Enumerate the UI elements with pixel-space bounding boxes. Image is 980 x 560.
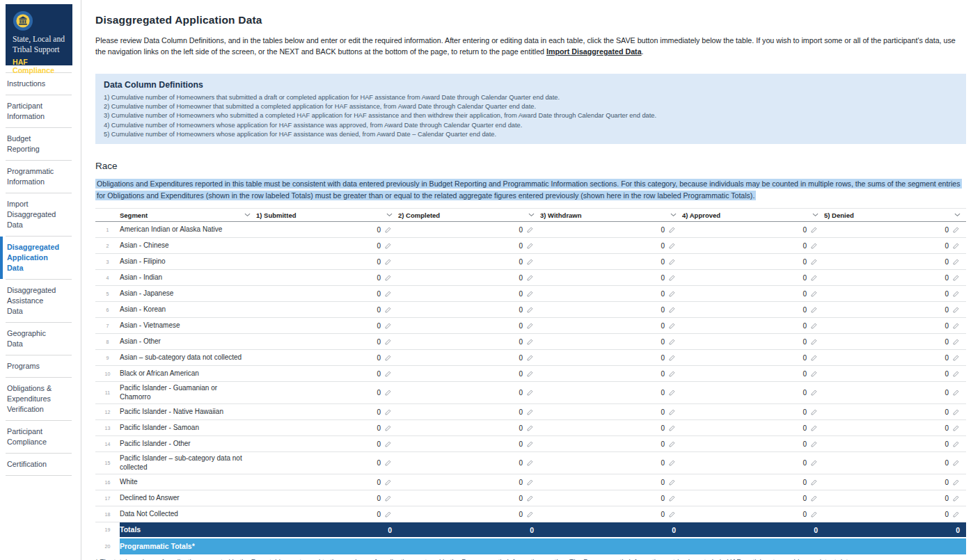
edit-icon-wrap[interactable] xyxy=(384,322,392,330)
edit-icon-wrap[interactable] xyxy=(668,389,676,397)
edit-pencil-icon[interactable] xyxy=(952,408,960,416)
cell-submitted[interactable]: 0 xyxy=(256,424,398,432)
column-header-submitted[interactable]: 1) Submitted xyxy=(256,211,398,219)
cell-approved[interactable]: 0 xyxy=(682,479,824,486)
cell-approved[interactable]: 0 xyxy=(682,459,824,467)
edit-pencil-icon[interactable] xyxy=(384,440,392,448)
cell-withdrawn[interactable]: 0 xyxy=(540,440,682,448)
edit-pencil-icon[interactable] xyxy=(668,226,676,234)
edit-pencil-icon[interactable] xyxy=(810,274,818,282)
edit-icon-wrap[interactable] xyxy=(952,479,960,486)
edit-icon-wrap[interactable] xyxy=(668,424,676,432)
cell-denied[interactable]: 0 xyxy=(824,511,966,518)
edit-icon-wrap[interactable] xyxy=(668,306,676,314)
edit-icon-wrap[interactable] xyxy=(952,370,960,378)
edit-icon-wrap[interactable] xyxy=(810,226,818,234)
edit-pencil-icon[interactable] xyxy=(384,258,392,266)
cell-withdrawn[interactable]: 0 xyxy=(540,479,682,486)
edit-icon-wrap[interactable] xyxy=(810,424,818,432)
cell-approved[interactable]: 0 xyxy=(682,290,824,298)
edit-pencil-icon[interactable] xyxy=(952,242,960,250)
cell-withdrawn[interactable]: 0 xyxy=(540,322,682,330)
cell-submitted[interactable]: 0 xyxy=(256,338,398,346)
cell-completed[interactable]: 0 xyxy=(398,322,540,330)
cell-approved[interactable]: 0 xyxy=(682,354,824,362)
edit-pencil-icon[interactable] xyxy=(810,459,818,467)
edit-icon-wrap[interactable] xyxy=(384,479,392,486)
edit-pencil-icon[interactable] xyxy=(810,424,818,432)
cell-withdrawn[interactable]: 0 xyxy=(540,354,682,362)
edit-icon-wrap[interactable] xyxy=(668,479,676,486)
cell-submitted[interactable]: 0 xyxy=(256,479,398,486)
edit-pencil-icon[interactable] xyxy=(668,495,676,502)
edit-pencil-icon[interactable] xyxy=(526,408,534,416)
edit-pencil-icon[interactable] xyxy=(384,495,392,502)
cell-submitted[interactable]: 0 xyxy=(256,389,398,397)
edit-pencil-icon[interactable] xyxy=(384,479,392,486)
cell-approved[interactable]: 0 xyxy=(682,370,824,378)
edit-pencil-icon[interactable] xyxy=(384,370,392,378)
edit-icon-wrap[interactable] xyxy=(384,354,392,362)
cell-completed[interactable]: 0 xyxy=(398,370,540,378)
edit-pencil-icon[interactable] xyxy=(668,459,676,467)
edit-pencil-icon[interactable] xyxy=(668,258,676,266)
edit-icon-wrap[interactable] xyxy=(810,370,818,378)
edit-icon-wrap[interactable] xyxy=(384,258,392,266)
sidebar-item-participant-compliance[interactable]: Participant Compliance xyxy=(6,421,72,454)
cell-completed[interactable]: 0 xyxy=(398,306,540,314)
edit-pencil-icon[interactable] xyxy=(668,290,676,298)
edit-pencil-icon[interactable] xyxy=(526,440,534,448)
edit-icon-wrap[interactable] xyxy=(384,226,392,234)
sidebar-item-disaggregated-assistance-data[interactable]: Disaggregated Assistance Data xyxy=(6,280,72,323)
sidebar-item-instructions[interactable]: Instructions xyxy=(6,73,72,95)
cell-approved[interactable]: 0 xyxy=(682,226,824,234)
cell-denied[interactable]: 0 xyxy=(824,424,966,432)
edit-icon-wrap[interactable] xyxy=(526,274,534,282)
edit-icon-wrap[interactable] xyxy=(952,389,960,397)
edit-icon-wrap[interactable] xyxy=(526,389,534,397)
edit-icon-wrap[interactable] xyxy=(668,440,676,448)
edit-icon-wrap[interactable] xyxy=(384,511,392,518)
edit-icon-wrap[interactable] xyxy=(810,354,818,362)
edit-icon-wrap[interactable] xyxy=(526,459,534,467)
cell-completed[interactable]: 0 xyxy=(398,274,540,282)
edit-pencil-icon[interactable] xyxy=(952,226,960,234)
edit-icon-wrap[interactable] xyxy=(668,459,676,467)
edit-pencil-icon[interactable] xyxy=(668,322,676,330)
edit-pencil-icon[interactable] xyxy=(526,424,534,432)
cell-denied[interactable]: 0 xyxy=(824,440,966,448)
edit-icon-wrap[interactable] xyxy=(384,408,392,416)
cell-denied[interactable]: 0 xyxy=(824,354,966,362)
edit-icon-wrap[interactable] xyxy=(526,242,534,250)
edit-pencil-icon[interactable] xyxy=(384,459,392,467)
edit-pencil-icon[interactable] xyxy=(810,258,818,266)
cell-completed[interactable]: 0 xyxy=(398,290,540,298)
cell-withdrawn[interactable]: 0 xyxy=(540,226,682,234)
edit-pencil-icon[interactable] xyxy=(384,511,392,518)
cell-submitted[interactable]: 0 xyxy=(256,258,398,266)
edit-pencil-icon[interactable] xyxy=(384,424,392,432)
edit-pencil-icon[interactable] xyxy=(526,479,534,486)
edit-pencil-icon[interactable] xyxy=(526,322,534,330)
edit-icon-wrap[interactable] xyxy=(952,495,960,502)
cell-denied[interactable]: 0 xyxy=(824,338,966,346)
edit-pencil-icon[interactable] xyxy=(810,242,818,250)
column-header-completed[interactable]: 2) Completed xyxy=(398,211,540,219)
edit-pencil-icon[interactable] xyxy=(526,459,534,467)
edit-icon-wrap[interactable] xyxy=(384,274,392,282)
edit-icon-wrap[interactable] xyxy=(952,408,960,416)
cell-denied[interactable]: 0 xyxy=(824,226,966,234)
edit-icon-wrap[interactable] xyxy=(810,290,818,298)
edit-icon-wrap[interactable] xyxy=(952,338,960,346)
cell-denied[interactable]: 0 xyxy=(824,479,966,486)
cell-completed[interactable]: 0 xyxy=(398,354,540,362)
edit-icon-wrap[interactable] xyxy=(952,306,960,314)
edit-icon-wrap[interactable] xyxy=(384,290,392,298)
chevron-down-icon[interactable] xyxy=(670,213,677,217)
edit-icon-wrap[interactable] xyxy=(526,354,534,362)
edit-pencil-icon[interactable] xyxy=(952,424,960,432)
edit-icon-wrap[interactable] xyxy=(668,290,676,298)
cell-denied[interactable]: 0 xyxy=(824,495,966,502)
cell-submitted[interactable]: 0 xyxy=(256,459,398,467)
cell-approved[interactable]: 0 xyxy=(682,242,824,250)
